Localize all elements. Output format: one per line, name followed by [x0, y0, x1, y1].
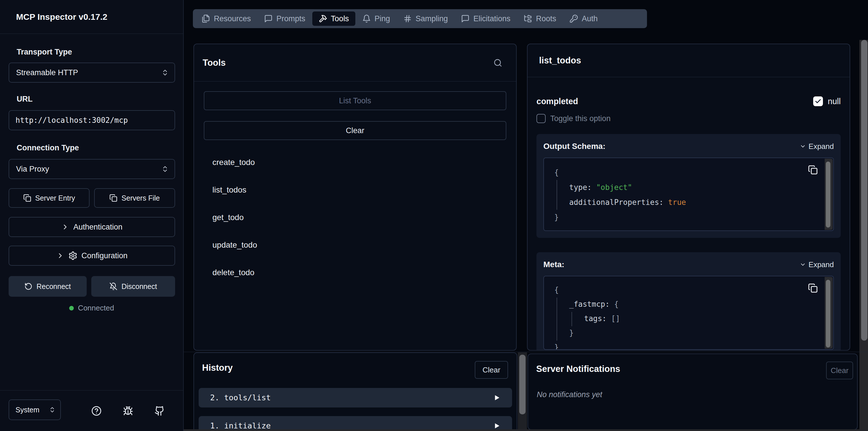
hammer-icon	[319, 14, 327, 23]
tab-elicitations[interactable]: Elicitations	[455, 11, 517, 26]
meta-expand-button[interactable]: Expand	[800, 260, 834, 269]
tab-prompts[interactable]: Prompts	[258, 11, 312, 26]
history-panel: History Clear 2. tools/list1. initialize	[193, 352, 517, 431]
meta-section: Meta: Expand {_fastmcp: {tags: []}}	[536, 252, 841, 351]
toggle-checkbox[interactable]	[536, 114, 546, 123]
expand-label: Expand	[809, 260, 834, 269]
history-title: History	[202, 363, 233, 373]
tools-panel-title: Tools	[203, 58, 226, 68]
tab-roots[interactable]: Roots	[517, 11, 563, 26]
tool-detail-header: list_todos	[528, 44, 849, 77]
server-entry-button[interactable]: Server Entry	[9, 188, 90, 208]
notifications-clear-button[interactable]: Clear	[826, 362, 853, 379]
bottom-section-divider	[184, 352, 868, 352]
code-line: additionalProperties: true	[554, 195, 813, 210]
copy-icon	[110, 194, 117, 202]
reconnect-label: Reconnect	[36, 282, 71, 291]
disconnect-label: Disconnect	[121, 282, 157, 291]
tab-ping[interactable]: Ping	[356, 11, 396, 26]
copy-icon[interactable]	[808, 283, 818, 293]
output-schema-expand-button[interactable]: Expand	[800, 142, 834, 151]
code-line: type: "object"	[554, 180, 813, 195]
tab-auth[interactable]: Auth	[563, 11, 604, 26]
tool-item-delete_todo[interactable]: delete_todo	[204, 266, 506, 279]
servers-file-label: Servers File	[121, 194, 160, 202]
code-scrollbar-thumb[interactable]	[826, 280, 830, 347]
help-circle-icon[interactable]	[91, 406, 102, 416]
code-scrollbar-thumb[interactable]	[826, 161, 830, 227]
tools-panel-header: Tools	[194, 44, 516, 82]
url-input[interactable]: http://localhost:3002/mcp	[9, 110, 175, 130]
tools-panel: Tools List Tools Clear create_todolist_t…	[193, 43, 517, 351]
history-row-tools/list[interactable]: 2. tools/list	[198, 388, 512, 407]
hash-icon	[403, 14, 412, 23]
history-row-label: 2. tools/list	[210, 388, 271, 407]
meta-code: {_fastmcp: {tags: []}}	[544, 276, 834, 350]
configuration-button[interactable]: Configuration	[9, 246, 175, 266]
tool-item-get_todo[interactable]: get_todo	[204, 211, 506, 224]
history-row-initialize[interactable]: 1. initialize	[198, 416, 512, 431]
code-scrollbar-track[interactable]	[825, 159, 833, 230]
disconnect-button[interactable]: Disconnect	[91, 276, 175, 297]
server-notifications-panel: Server Notifications Clear No notificati…	[528, 353, 858, 430]
code-scrollbar-track[interactable]	[825, 277, 833, 349]
connection-status: Connected	[0, 304, 183, 312]
history-scrollbar-thumb[interactable]	[519, 355, 526, 414]
connection-type-select[interactable]: Via Proxy	[9, 159, 175, 179]
app-title: MCP Inspector v0.17.2	[16, 12, 107, 22]
toggle-option-row: Toggle this option	[536, 113, 841, 124]
tool-item-list_todos[interactable]: list_todos	[204, 184, 506, 196]
tool-detail-body: completed null Toggle this option Output…	[528, 96, 849, 351]
code-line: }	[554, 210, 813, 225]
tab-label: Sampling	[415, 14, 448, 23]
copy-icon[interactable]	[808, 165, 818, 175]
theme-select[interactable]: System	[9, 399, 61, 420]
history-row-label: 1. initialize	[210, 416, 271, 431]
transport-type-value: Streamable HTTP	[16, 68, 78, 77]
servers-file-button[interactable]: Servers File	[94, 188, 175, 208]
horizontal-scrollbar-track[interactable]	[184, 429, 868, 431]
tool-item-update_todo[interactable]: update_todo	[204, 239, 506, 251]
expand-row-icon[interactable]	[493, 394, 501, 401]
null-checkbox[interactable]	[813, 96, 823, 106]
tab-tools[interactable]: Tools	[312, 11, 355, 26]
key-icon	[569, 14, 578, 23]
indent-guide	[571, 312, 572, 326]
github-icon[interactable]	[154, 406, 165, 416]
code-line: }	[554, 326, 813, 340]
sidebar: MCP Inspector v0.17.2 Transport Type Str…	[0, 0, 184, 431]
chevron-right-icon	[61, 223, 69, 231]
indent-guide	[557, 180, 557, 210]
tab-resources[interactable]: Resources	[195, 11, 257, 26]
chevrons-up-down-icon	[161, 165, 169, 173]
output-schema-section: Output Schema: Expand {type: "object"add…	[536, 134, 841, 238]
main-tab-bar: ResourcesPromptsToolsPingSamplingElicita…	[193, 9, 647, 28]
main-scrollbar-thumb[interactable]	[861, 40, 867, 341]
reconnect-button[interactable]: Reconnect	[9, 276, 87, 297]
output-schema-title: Output Schema:	[544, 142, 606, 151]
history-clear-button[interactable]: Clear	[475, 361, 508, 379]
tab-label: Tools	[331, 14, 349, 23]
folder-tree-icon	[524, 14, 532, 23]
tool-detail-panel: list_todos completed null Toggle this op…	[527, 43, 850, 351]
mcp-inspector-app: MCP Inspector v0.17.2 Transport Type Str…	[0, 0, 868, 431]
list-tools-button[interactable]: List Tools	[204, 91, 506, 110]
server-entry-label: Server Entry	[35, 194, 75, 202]
tab-label: Roots	[536, 14, 556, 23]
tab-sampling[interactable]: Sampling	[397, 11, 454, 26]
param-value: null	[828, 97, 841, 106]
files-icon	[202, 14, 210, 23]
authentication-button[interactable]: Authentication	[9, 217, 175, 237]
connection-type-label: Connection Type	[17, 144, 79, 152]
search-icon[interactable]	[493, 58, 502, 67]
expand-row-icon[interactable]	[493, 422, 501, 430]
transport-type-select[interactable]: Streamable HTTP	[9, 63, 175, 83]
chevrons-up-down-icon	[49, 406, 56, 413]
code-line: _fastmcp: {	[554, 297, 813, 311]
tool-item-create_todo[interactable]: create_todo	[204, 156, 506, 169]
bug-icon[interactable]	[123, 406, 133, 416]
url-value: http://localhost:3002/mcp	[16, 116, 128, 125]
notifications-empty-message: No notifications yet	[537, 390, 602, 399]
gear-icon	[68, 251, 78, 260]
clear-tools-button[interactable]: Clear	[204, 121, 506, 140]
